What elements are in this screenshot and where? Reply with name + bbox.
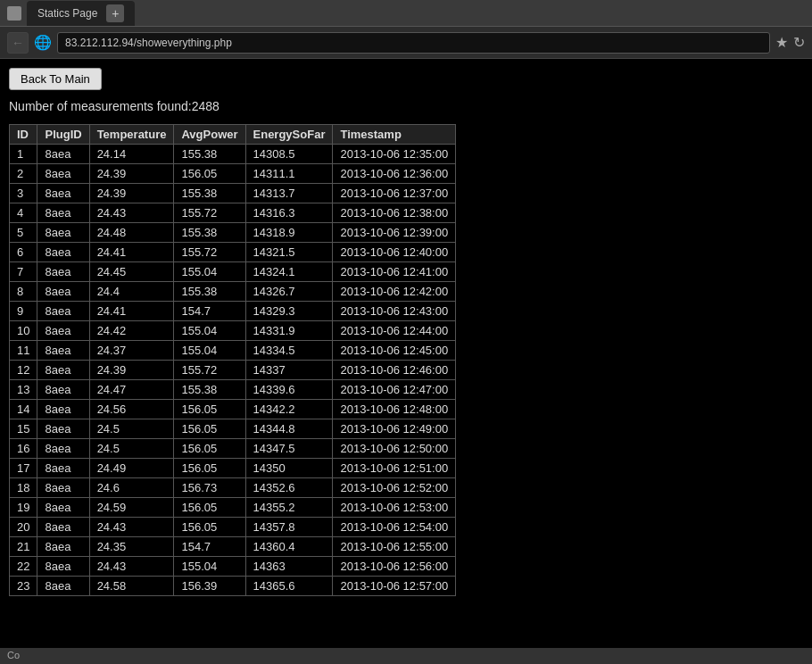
table-cell: 8aea: [37, 498, 89, 518]
table-cell: 21: [10, 537, 37, 557]
tab-title: Statics Page: [37, 7, 97, 20]
table-row: 238aea24.58156.3914365.62013-10-06 12:57…: [10, 577, 456, 596]
table-cell: 8aea: [37, 145, 89, 164]
table-cell: 14347.5: [245, 439, 333, 459]
table-cell: 8aea: [37, 262, 89, 282]
table-cell: 1: [10, 145, 37, 164]
table-cell: 24.39: [89, 361, 174, 380]
table-cell: 2013-10-06 12:39:00: [333, 223, 456, 243]
table-cell: 2013-10-06 12:53:00: [333, 498, 456, 518]
table-row: 218aea24.35154.714360.42013-10-06 12:55:…: [10, 537, 456, 557]
table-cell: 156.05: [174, 439, 245, 459]
table-cell: 2013-10-06 12:56:00: [333, 557, 456, 577]
table-cell: 156.39: [174, 577, 245, 596]
table-cell: 2013-10-06 12:45:00: [333, 341, 456, 361]
table-cell: 8aea: [37, 577, 89, 596]
table-cell: 24.5: [89, 439, 174, 459]
table-row: 78aea24.45155.0414324.12013-10-06 12:41:…: [10, 262, 456, 282]
bookmark-star-button[interactable]: ★: [775, 34, 788, 51]
table-cell: 24.49: [89, 459, 174, 478]
table-cell: 14321.5: [245, 243, 333, 262]
table-cell: 14316.3: [245, 203, 333, 223]
table-cell: 24.45: [89, 262, 174, 282]
table-cell: 155.04: [174, 321, 245, 341]
column-header-avgpower: AvgPower: [174, 125, 245, 145]
back-to-main-button[interactable]: Back To Main: [9, 68, 102, 90]
table-cell: 8aea: [37, 203, 89, 223]
table-cell: 156.05: [174, 518, 245, 537]
table-row: 68aea24.41155.7214321.52013-10-06 12:40:…: [10, 243, 456, 262]
table-cell: 14308.5: [245, 145, 333, 164]
table-row: 98aea24.41154.714329.32013-10-06 12:43:0…: [10, 302, 456, 321]
table-cell: 24.39: [89, 164, 174, 184]
back-nav-button[interactable]: ←: [7, 32, 29, 54]
table-cell: 4: [10, 203, 37, 223]
table-cell: 24.35: [89, 537, 174, 557]
table-cell: 9: [10, 302, 37, 321]
refresh-button[interactable]: ↻: [793, 34, 805, 51]
table-cell: 19: [10, 498, 37, 518]
table-cell: 2013-10-06 12:41:00: [333, 262, 456, 282]
page-content: Back To Main Number of measurements foun…: [0, 59, 812, 664]
table-cell: 14360.4: [245, 537, 333, 557]
table-cell: 17: [10, 459, 37, 478]
table-cell: 24.43: [89, 557, 174, 577]
table-row: 168aea24.5156.0514347.52013-10-06 12:50:…: [10, 439, 456, 459]
browser-tab[interactable]: Statics Page +: [27, 1, 135, 26]
table-cell: 24.14: [89, 145, 174, 164]
table-cell: 24.41: [89, 243, 174, 262]
data-table: IDPlugIDTemperatureAvgPowerEnergySoFarTi…: [9, 124, 456, 596]
table-cell: 24.5: [89, 419, 174, 439]
table-cell: 24.59: [89, 498, 174, 518]
table-cell: 2013-10-06 12:46:00: [333, 361, 456, 380]
table-cell: 16: [10, 439, 37, 459]
table-cell: 14: [10, 400, 37, 419]
table-row: 208aea24.43156.0514357.82013-10-06 12:54…: [10, 518, 456, 537]
table-cell: 2013-10-06 12:57:00: [333, 577, 456, 596]
table-cell: 24.4: [89, 282, 174, 302]
address-bar[interactable]: [57, 32, 770, 54]
table-cell: 2013-10-06 12:37:00: [333, 184, 456, 203]
table-cell: 14326.7: [245, 282, 333, 302]
favicon-icon: [7, 6, 21, 21]
table-row: 228aea24.43155.04143632013-10-06 12:56:0…: [10, 557, 456, 577]
table-cell: 8aea: [37, 361, 89, 380]
table-cell: 8aea: [37, 478, 89, 498]
table-cell: 2013-10-06 12:43:00: [333, 302, 456, 321]
header-row: IDPlugIDTemperatureAvgPowerEnergySoFarTi…: [10, 125, 456, 145]
table-row: 158aea24.5156.0514344.82013-10-06 12:49:…: [10, 419, 456, 439]
table-cell: 14331.9: [245, 321, 333, 341]
table-cell: 14355.2: [245, 498, 333, 518]
table-row: 128aea24.39155.72143372013-10-06 12:46:0…: [10, 361, 456, 380]
table-cell: 14352.6: [245, 478, 333, 498]
status-text: Co: [7, 650, 20, 660]
new-tab-button[interactable]: +: [106, 4, 124, 22]
table-cell: 154.7: [174, 302, 245, 321]
table-cell: 8aea: [37, 400, 89, 419]
table-cell: 5: [10, 223, 37, 243]
table-cell: 24.43: [89, 518, 174, 537]
table-cell: 24.39: [89, 184, 174, 203]
table-cell: 155.72: [174, 361, 245, 380]
table-cell: 8aea: [37, 302, 89, 321]
table-cell: 24.56: [89, 400, 174, 419]
table-cell: 8aea: [37, 419, 89, 439]
table-cell: 155.72: [174, 243, 245, 262]
table-cell: 14324.1: [245, 262, 333, 282]
browser-nav-bar: ← 🌐 ★ ↻: [0, 27, 812, 59]
table-cell: 2013-10-06 12:54:00: [333, 518, 456, 537]
table-cell: 155.38: [174, 145, 245, 164]
table-cell: 8aea: [37, 341, 89, 361]
table-cell: 15: [10, 419, 37, 439]
table-cell: 2013-10-06 12:50:00: [333, 439, 456, 459]
table-cell: 14342.2: [245, 400, 333, 419]
table-cell: 24.37: [89, 341, 174, 361]
table-cell: 14344.8: [245, 419, 333, 439]
table-row: 48aea24.43155.7214316.32013-10-06 12:38:…: [10, 203, 456, 223]
column-header-energysofar: EnergySoFar: [245, 125, 333, 145]
table-cell: 8aea: [37, 223, 89, 243]
table-cell: 11: [10, 341, 37, 361]
table-cell: 2013-10-06 12:52:00: [333, 478, 456, 498]
table-body: 18aea24.14155.3814308.52013-10-06 12:35:…: [10, 145, 456, 596]
table-cell: 2013-10-06 12:36:00: [333, 164, 456, 184]
